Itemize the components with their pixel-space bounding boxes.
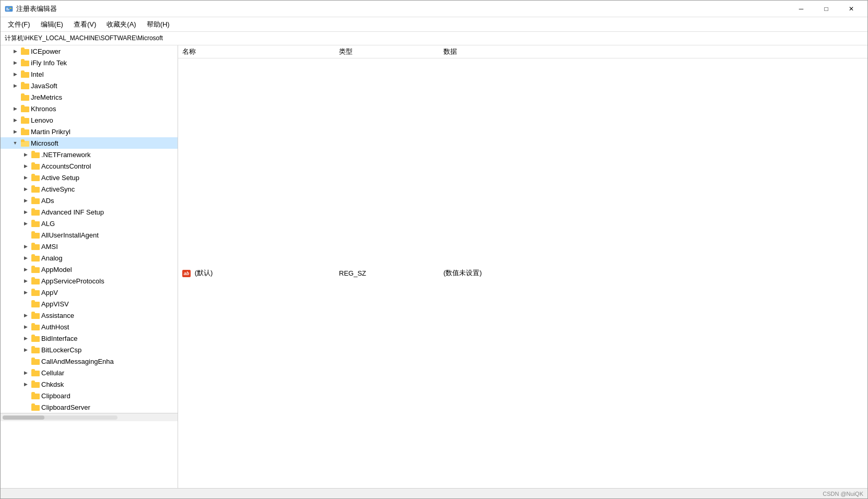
tree-label-amsi: AMSI — [41, 243, 58, 251]
tree-item-icepower[interactable]: ▶ ICEpower — [1, 45, 178, 57]
folder-icon-microsoft — [21, 139, 29, 147]
menu-favorites[interactable]: 收藏夹(A) — [101, 18, 141, 31]
expand-icon-analog[interactable]: ▶ — [21, 254, 30, 262]
expand-icon-alg[interactable]: ▶ — [21, 219, 30, 228]
tree-panel[interactable]: ▶ ICEpower ▶ iFly Info Tek ▶ Intel ▶ Jav… — [1, 45, 178, 488]
close-button[interactable]: ✕ — [839, 1, 863, 17]
expand-icon-appserviceprotocols[interactable]: ▶ — [21, 277, 30, 285]
tree-item-bidinterface[interactable]: ▶ BidInterface — [1, 332, 178, 344]
folder-icon-analog — [31, 254, 40, 262]
folder-icon-netframework — [31, 151, 40, 158]
tree-label-activesync: ActiveSync — [41, 185, 75, 193]
expand-icon-martin[interactable]: ▶ — [11, 127, 19, 136]
tree-item-cellular[interactable]: ▶ Cellular — [1, 367, 178, 378]
expand-icon-javasoft[interactable]: ▶ — [11, 81, 19, 90]
tree-item-accountscontrol[interactable]: ▶ AccountsControl — [1, 160, 178, 172]
folder-icon-bitlockercsp — [31, 346, 40, 353]
value-type-cell: REG_SZ — [335, 58, 439, 488]
expand-icon-lenovo[interactable]: ▶ — [11, 116, 19, 124]
window-controls: ─ □ ✕ — [789, 1, 863, 17]
tree-item-amsi[interactable]: ▶ AMSI — [1, 241, 178, 252]
tree-label-callandmessaging: CallAndMessagingEnha — [41, 358, 114, 365]
tree-item-activesync[interactable]: ▶ ActiveSync — [1, 183, 178, 195]
tree-label-appvisv: AppVISV — [41, 300, 69, 308]
tree-label-jremetrics: JreMetrics — [31, 93, 62, 101]
value-data-cell: (数值未设置) — [439, 58, 867, 488]
expand-icon-ifly[interactable]: ▶ — [11, 58, 19, 67]
expand-icon-activesync[interactable]: ▶ — [21, 185, 30, 193]
expand-icon-accountscontrol[interactable]: ▶ — [21, 162, 30, 170]
expand-icon-appmodel[interactable]: ▶ — [21, 265, 30, 274]
tree-item-appserviceprotocols[interactable]: ▶ AppServiceProtocols — [1, 275, 178, 287]
menu-help[interactable]: 帮助(H) — [142, 18, 175, 31]
tree-label-khronos: Khronos — [31, 105, 56, 113]
expand-icon-advancedinfsetup[interactable]: ▶ — [21, 208, 30, 216]
expand-icon-appv[interactable]: ▶ — [21, 288, 30, 296]
expand-icon-netframework[interactable]: ▶ — [21, 150, 30, 159]
folder-icon-amsi — [31, 243, 40, 250]
expand-icon-bidinterface[interactable]: ▶ — [21, 334, 30, 342]
tree-item-microsoft[interactable]: ▼ Microsoft — [1, 137, 178, 149]
folder-icon-jremetrics — [21, 93, 29, 101]
tree-item-clipboard[interactable]: Clipboard — [1, 390, 178, 401]
tree-item-authhost[interactable]: ▶ AuthHost — [1, 321, 178, 332]
expand-icon-intel[interactable]: ▶ — [11, 70, 19, 78]
tree-item-clipboardserver[interactable]: ClipboardServer — [1, 401, 178, 413]
tree-item-netframework[interactable]: ▶ .NETFramework — [1, 149, 178, 160]
expand-icon-authhost[interactable]: ▶ — [21, 323, 30, 331]
expand-icon-ads[interactable]: ▶ — [21, 196, 30, 205]
folder-icon-assistance — [31, 312, 40, 319]
folder-icon-alluserinstallagent — [31, 231, 40, 239]
minimize-button[interactable]: ─ — [789, 1, 813, 17]
expand-icon-chkdsk[interactable]: ▶ — [21, 380, 30, 388]
maximize-button[interactable]: □ — [814, 1, 838, 17]
tree-hscroll-thumb[interactable] — [3, 415, 44, 420]
tree-item-callandmessaging[interactable]: CallAndMessagingEnha — [1, 355, 178, 367]
table-row[interactable]: ab (默认) REG_SZ (数值未设置) — [178, 58, 867, 488]
tree-item-bitlockercsp[interactable]: ▶ BitLockerCsp — [1, 344, 178, 355]
tree-item-alg[interactable]: ▶ ALG — [1, 218, 178, 229]
expand-icon-bitlockercsp[interactable]: ▶ — [21, 346, 30, 354]
svg-rect-0 — [5, 6, 13, 11]
folder-icon-icepower — [21, 47, 29, 55]
expand-icon-cellular[interactable]: ▶ — [21, 369, 30, 377]
tree-item-khronos[interactable]: ▶ Khronos — [1, 103, 178, 114]
tree-label-bidinterface: BidInterface — [41, 335, 77, 342]
tree-item-lenovo[interactable]: ▶ Lenovo — [1, 114, 178, 126]
col-header-name: 名称 — [178, 45, 335, 58]
values-table: 名称 类型 数据 ab (默认) REG_SZ (数值未设置) — [178, 45, 867, 488]
tree-item-appmodel[interactable]: ▶ AppModel — [1, 264, 178, 275]
svg-rect-3 — [9, 8, 11, 9]
expand-spacer-alluserinstallagent — [21, 231, 30, 239]
tree-item-martin[interactable]: ▶ Martin Prikryl — [1, 126, 178, 137]
tree-item-chkdsk[interactable]: ▶ Chkdsk — [1, 378, 178, 390]
tree-item-intel[interactable]: ▶ Intel — [1, 68, 178, 80]
expand-icon-microsoft[interactable]: ▼ — [11, 139, 19, 147]
folder-icon-clipboard — [31, 392, 40, 399]
expand-icon-activesetup[interactable]: ▶ — [21, 173, 30, 182]
tree-item-jremetrics[interactable]: JreMetrics — [1, 91, 178, 103]
tree-item-assistance[interactable]: ▶ Assistance — [1, 310, 178, 321]
folder-icon-activesetup — [31, 174, 40, 181]
tree-item-javasoft[interactable]: ▶ JavaSoft — [1, 80, 178, 91]
menu-edit[interactable]: 编辑(E) — [36, 18, 68, 31]
expand-icon-amsi[interactable]: ▶ — [21, 242, 30, 251]
tree-label-lenovo: Lenovo — [31, 116, 53, 124]
expand-icon-icepower[interactable]: ▶ — [11, 47, 19, 55]
tree-item-analog[interactable]: ▶ Analog — [1, 252, 178, 264]
expand-icon-assistance[interactable]: ▶ — [21, 311, 30, 319]
tree-item-appvisv[interactable]: AppVISV — [1, 298, 178, 310]
expand-icon-khronos[interactable]: ▶ — [11, 104, 19, 113]
menu-view[interactable]: 查看(V) — [68, 18, 101, 31]
tree-item-ifly[interactable]: ▶ iFly Info Tek — [1, 57, 178, 68]
menu-file[interactable]: 文件(F) — [3, 18, 36, 31]
tree-label-accountscontrol: AccountsControl — [41, 162, 91, 170]
folder-icon-authhost — [31, 323, 40, 330]
tree-hscrollbar[interactable] — [1, 413, 178, 421]
tree-item-ads[interactable]: ▶ ADs — [1, 195, 178, 206]
tree-item-appv[interactable]: ▶ AppV — [1, 287, 178, 298]
tree-item-activesetup[interactable]: ▶ Active Setup — [1, 172, 178, 183]
folder-icon-javasoft — [21, 82, 29, 89]
tree-item-advancedinfsetup[interactable]: ▶ Advanced INF Setup — [1, 206, 178, 218]
tree-item-alluserinstallagent[interactable]: AllUserInstallAgent — [1, 229, 178, 241]
